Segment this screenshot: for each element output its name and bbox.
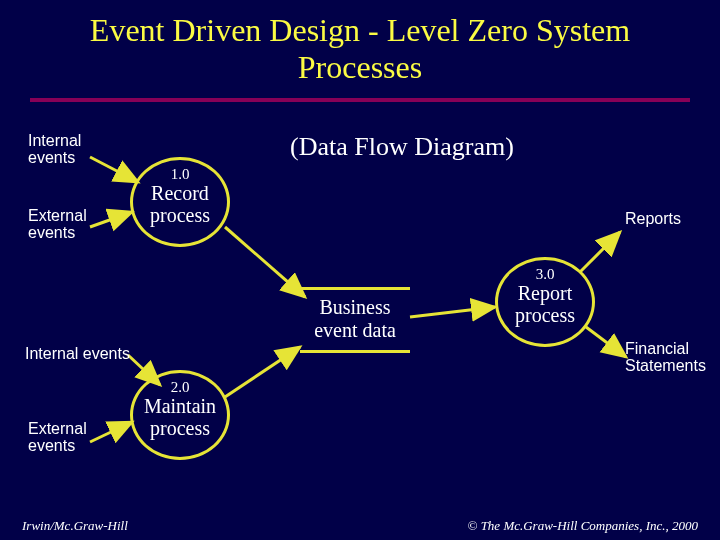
process-id: 2.0 bbox=[133, 379, 227, 396]
footer-left: Irwin/Mc.Graw-Hill bbox=[22, 518, 128, 534]
arrow-p3-to-financial bbox=[586, 327, 626, 357]
process-name: Report process bbox=[515, 282, 575, 326]
process-name: Record process bbox=[150, 182, 210, 226]
arrow-external1-to-p1 bbox=[90, 212, 132, 227]
footer-right: © The Mc.Graw-Hill Companies, Inc., 2000 bbox=[468, 518, 699, 534]
slide-title: Event Driven Design - Level Zero System … bbox=[0, 0, 720, 94]
subtitle: (Data Flow Diagram) bbox=[290, 132, 514, 162]
arrow-external2-to-p2 bbox=[90, 422, 132, 442]
process-report: 3.0 Report process bbox=[495, 257, 595, 347]
process-id: 1.0 bbox=[133, 166, 227, 183]
process-id: 3.0 bbox=[498, 266, 592, 283]
label-financial-statements: Financial Statements bbox=[625, 340, 706, 375]
label-internal-events-1: Internal events bbox=[28, 132, 81, 167]
datastore-business-event-data: Business event data bbox=[300, 287, 410, 353]
arrow-ds-to-p3 bbox=[410, 307, 495, 317]
arrow-p2-to-ds bbox=[225, 347, 300, 397]
label-internal-events-2: Internal events bbox=[25, 345, 130, 363]
label-reports: Reports bbox=[625, 210, 681, 228]
label-external-events-1: External events bbox=[28, 207, 87, 242]
process-maintain: 2.0 Maintain process bbox=[130, 370, 230, 460]
arrow-p1-to-ds bbox=[225, 227, 305, 297]
label-external-events-2: External events bbox=[28, 420, 87, 455]
footer: Irwin/Mc.Graw-Hill © The Mc.Graw-Hill Co… bbox=[0, 518, 720, 534]
process-record: 1.0 Record process bbox=[130, 157, 230, 247]
arrow-internal1-to-p1 bbox=[90, 157, 138, 182]
diagram-stage: (Data Flow Diagram) Internal events Exte… bbox=[0, 102, 720, 522]
process-name: Maintain process bbox=[144, 395, 216, 439]
